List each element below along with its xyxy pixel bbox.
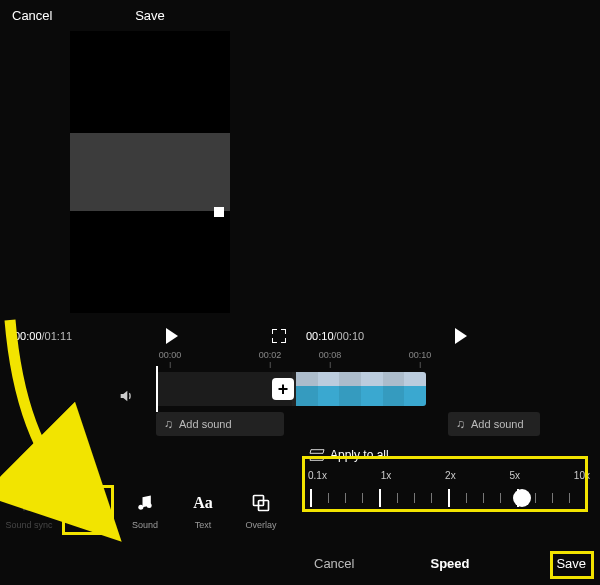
music-note-icon: ♫	[164, 417, 173, 431]
play-button[interactable]	[455, 328, 467, 344]
left-elapsed-time: 00:00/01:11	[14, 330, 72, 342]
total-value: 01:11	[45, 330, 73, 342]
cancel-button[interactable]: Cancel	[12, 8, 52, 23]
bottom-tab-bar: Sound sync Edit Sound Aa Text	[0, 492, 290, 530]
left-timecode-row: 00:00/01:11	[0, 322, 300, 350]
elapsed-value: 00:10	[306, 330, 334, 342]
tick-label: 00:02	[259, 350, 282, 368]
sync-icon	[18, 492, 40, 514]
tab-label: Overlay	[245, 520, 276, 530]
tick-label: 00:10	[409, 350, 432, 368]
tab-label: Text	[195, 520, 212, 530]
tick-label: 00:08	[319, 350, 342, 368]
music-note-icon: ♫	[456, 417, 465, 431]
tab-label: Sound	[132, 520, 158, 530]
left-preview-wrap	[0, 31, 300, 313]
highlight-edit-tab	[62, 485, 114, 535]
speaker-icon[interactable]	[118, 388, 134, 408]
save-button[interactable]: Save	[135, 8, 165, 23]
timeline-track[interactable]: +	[156, 372, 426, 406]
right-elapsed-time: 00:10/00:10	[306, 330, 364, 342]
add-sound-label: Add sound	[179, 418, 232, 430]
play-button[interactable]	[166, 328, 178, 344]
speed-title: Speed	[405, 556, 496, 571]
expand-icon[interactable]	[272, 329, 286, 343]
sound-icon	[134, 492, 156, 514]
right-preview-wrap	[300, 16, 600, 298]
overlay-icon	[250, 492, 272, 514]
right-header	[300, 0, 600, 16]
timeline-ruler: 00:00 00:02 00:08 00:10	[0, 350, 600, 366]
add-sound-row-left[interactable]: ♫ Add sound	[156, 412, 284, 436]
tab-label: Sound sync	[5, 520, 52, 530]
tick-label: 00:00	[159, 350, 182, 368]
playhead[interactable]	[156, 366, 158, 412]
tab-overlay[interactable]: Overlay	[232, 492, 290, 530]
add-clip-button[interactable]: +	[272, 378, 294, 400]
add-sound-label: Add sound	[471, 418, 524, 430]
tab-text[interactable]: Aa Text	[174, 492, 232, 530]
elapsed-value: 00:00	[14, 330, 42, 342]
highlight-speed-save	[550, 551, 594, 579]
clip-strip	[70, 133, 230, 211]
timeline-thumbnails[interactable]	[296, 372, 426, 406]
total-value: 00:10	[337, 330, 365, 342]
text-icon: Aa	[192, 492, 214, 514]
highlight-speed-slider	[302, 456, 588, 512]
svg-point-3	[138, 505, 143, 510]
add-sound-row-right[interactable]: ♫ Add sound	[448, 412, 540, 436]
speed-cancel-button[interactable]: Cancel	[300, 556, 405, 571]
roblox-cube-icon	[214, 207, 224, 217]
tab-sound[interactable]: Sound	[116, 492, 174, 530]
svg-point-4	[147, 503, 152, 508]
tab-sound-sync[interactable]: Sound sync	[0, 492, 58, 530]
left-preview[interactable]	[70, 31, 230, 313]
left-header: Cancel Save	[0, 0, 300, 31]
right-timecode-row: 00:10/00:10	[300, 322, 600, 350]
